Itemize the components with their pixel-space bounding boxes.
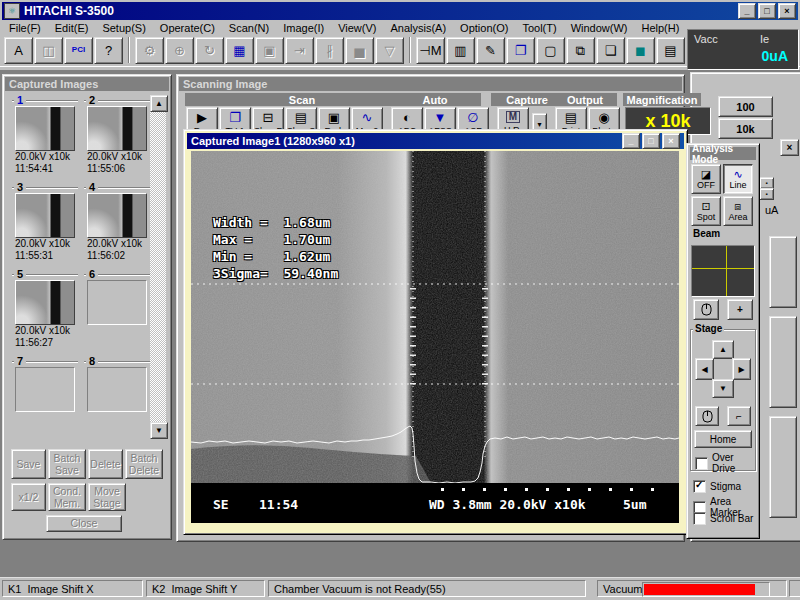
fragment-close-button[interactable]: × [780,139,799,156]
thumbnail-image[interactable] [15,367,75,412]
stage-right-button[interactable]: ▶ [732,358,751,380]
window-control-button[interactable]: × [778,3,796,19]
toolbar-button[interactable]: ⊣M [416,37,445,64]
window-control-button[interactable]: □ [758,3,776,19]
menu-item[interactable]: Edit(E) [48,21,96,35]
magnification-header: Magnification [623,93,701,106]
analysis-mode-button[interactable]: ∿Line [723,164,753,194]
toolbar-icon: A [14,44,23,57]
beam-position-display[interactable] [691,245,755,297]
menu-item[interactable]: Analysis(A) [383,21,453,35]
thumbnail-cell[interactable]: 1 20.0kV x10k 11:54:41 [11,95,79,179]
toolbar-button[interactable]: ❐ [506,37,535,64]
cond-mem-button[interactable]: Cond. Mem. [48,483,86,511]
toolbar-button[interactable]: PCI [64,37,93,64]
half-size-button[interactable]: x1/2 [11,483,46,511]
thumbnail-image[interactable] [87,280,147,325]
menu-item[interactable]: File(F) [2,21,48,35]
delete-button[interactable]: Delete [88,449,123,479]
thumbnail-cell[interactable]: 8 [83,356,151,440]
toolbar-button[interactable]: ✎ [476,37,505,64]
menu-item[interactable]: Option(O) [453,21,515,35]
menu-item[interactable]: Help(H) [634,21,686,35]
thumbnail-cell[interactable]: 5 20.0kV x10k 11:56:27 [11,269,79,353]
stage-tilt-button[interactable]: ⌐ [727,406,751,426]
toolbar-button[interactable]: ▥ [446,37,475,64]
option-checkbox[interactable]: Stigma [693,480,741,493]
window-control-button[interactable]: _ [622,133,640,149]
auto-group-header: Auto [389,93,481,106]
toolbar-button[interactable]: ▣ [255,37,284,64]
thumbnail-scrollbar[interactable]: ▲ ▼ [150,95,166,439]
scroll-up-button[interactable]: ▲ [150,95,168,112]
thumbnail-cell[interactable]: 7 [11,356,79,440]
stage-mouse-button[interactable] [695,406,719,426]
menu-item[interactable]: Window(W) [564,21,635,35]
analysis-mode-button[interactable]: ⊡Spot [691,196,721,226]
beam-move-button[interactable]: + [727,299,753,320]
menu-item[interactable]: Operate(C) [153,21,222,35]
move-stage-button[interactable]: Move Stage [88,483,126,511]
captured-image-titlebar[interactable]: Captured Image1 (1280x960 x1) _□× [187,133,684,149]
toolbar-button[interactable]: ⊕ [165,37,194,64]
analysis-mode-button[interactable]: ⧈Area [723,196,753,226]
stage-up-button[interactable]: ▲ [712,340,734,359]
toolbar-button[interactable]: ◼ [626,37,655,64]
toolbar-button[interactable]: ◫ [34,37,63,64]
menu-item[interactable]: Image(I) [276,21,331,35]
toolbar-button[interactable]: ▽ [375,37,404,64]
sem-image[interactable]: Width = 1.68umMax = 1.70umMin = 1.62um3S… [191,151,679,483]
beam-mouse-button[interactable] [693,299,719,320]
thumbnail-image[interactable] [87,367,147,412]
toolbar-button[interactable]: ▅ [345,37,374,64]
over-drive-checkbox[interactable]: Over Drive [695,452,759,474]
mag-preset-10k-button[interactable]: 10k [718,118,773,139]
stage-down-button[interactable]: ▼ [712,379,734,398]
thumbnail-image[interactable] [15,106,75,151]
toolbar-button[interactable]: ⚙ [135,37,164,64]
toolbar-button[interactable]: A [4,37,33,64]
menu-item[interactable]: View(V) [331,21,383,35]
option-checkbox[interactable]: Scroll Bar [693,512,753,525]
scroll-down-button[interactable]: ▼ [150,422,168,439]
batch-save-button[interactable]: Batch Save [48,449,86,479]
captured-images-title: Captured Images [5,77,169,91]
window-control-button[interactable]: × [662,133,680,149]
toolbar-button[interactable]: ▤ [656,37,685,64]
thumbnail-image[interactable] [15,280,75,325]
close-panel-button[interactable]: Close [46,515,122,532]
thumbnail-number: 4 [86,181,98,193]
toolbar-button[interactable]: ▢ [536,37,565,64]
thumbnail-image[interactable] [15,193,75,238]
toolbar-button[interactable]: ▦ [225,37,254,64]
spinner-down-button[interactable]: ▪ [759,188,774,200]
thumbnail-cell[interactable]: 4 20.0kV x10k 11:56:02 [83,182,151,266]
toolbar-button[interactable]: ⇥ [285,37,314,64]
thumbnail-cell[interactable]: 6 [83,269,151,353]
toolbar-button[interactable]: ∦ [315,37,344,64]
thumbnail-image[interactable] [87,106,147,151]
arrow-right-icon: ▶ [738,365,744,374]
toolbar-button[interactable]: ⧉ [566,37,595,64]
measurement-line: Min = 1.62um [213,248,338,265]
stage-left-button[interactable]: ◀ [695,358,714,380]
toolbar-icon: ⊕ [174,44,185,57]
menu-item[interactable]: Scan(N) [222,21,276,35]
window-control-button[interactable]: □ [642,133,660,149]
stage-home-button[interactable]: Home [694,430,752,448]
thumbnail-cell[interactable]: 3 20.0kV x10k 11:55:31 [11,182,79,266]
toolbar-button[interactable]: ? [94,37,123,64]
scan-group-header: Scan [185,93,419,106]
toolbar-button[interactable]: ❏ [596,37,625,64]
move-icon: + [737,304,743,315]
menu-item[interactable]: Setup(S) [95,21,152,35]
toolbar-button[interactable]: ↻ [195,37,224,64]
analysis-mode-button[interactable]: ◪OFF [691,164,721,194]
mag-preset-100-button[interactable]: 100 [718,96,773,117]
batch-delete-button[interactable]: Batch Delete [125,449,163,479]
window-control-button[interactable]: _ [738,3,756,19]
save-button[interactable]: Save [11,449,46,479]
thumbnail-cell[interactable]: 2 20.0kV x10k 11:55:06 [83,95,151,179]
thumbnail-image[interactable] [87,193,147,238]
menu-item[interactable]: Tool(T) [515,21,563,35]
